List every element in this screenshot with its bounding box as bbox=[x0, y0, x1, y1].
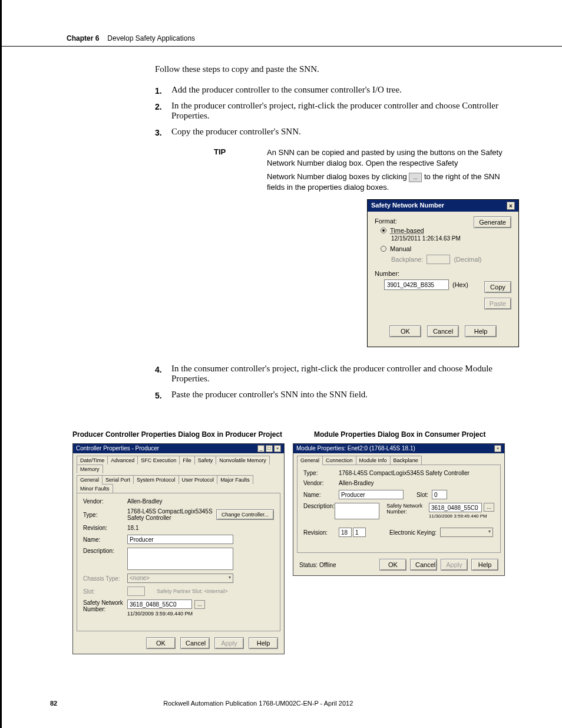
hex-label: (Hex) bbox=[452, 281, 468, 288]
module-properties-dialog: Module Properties: Enet2:0 (1768-L45S 18… bbox=[293, 443, 505, 576]
snn-ellipsis-button[interactable]: ... bbox=[194, 600, 205, 609]
dlg2-panel: Type:1768-L45S CompactLogix5345S Safety … bbox=[297, 465, 501, 553]
tab-general[interactable]: General bbox=[77, 475, 103, 485]
ok-button[interactable]: OK bbox=[146, 637, 176, 649]
tab-userproto[interactable]: User Protocol bbox=[178, 475, 218, 484]
vendor-value: Allen-Bradley bbox=[127, 498, 162, 505]
page-footer: 82 Rockwell Automation Publication 1768-… bbox=[2, 700, 562, 707]
tab-moduleinfo[interactable]: Module Info bbox=[356, 456, 391, 465]
dlg2-titlebar: Module Properties: Enet2:0 (1768-L45S 18… bbox=[293, 444, 504, 453]
tab-sfc[interactable]: SFC Execution bbox=[137, 456, 180, 465]
page-number: 82 bbox=[50, 700, 57, 707]
help-button[interactable]: Help bbox=[471, 559, 498, 571]
snn-timestamp: 11/30/2009 3:59:49.440 PM bbox=[429, 513, 494, 519]
step-5: 5.Paste the producer controller's SNN in… bbox=[171, 390, 518, 400]
chassis-select: <none> bbox=[127, 574, 233, 583]
snn-number-input[interactable] bbox=[384, 279, 449, 290]
snn-label: Safety Network Number: bbox=[386, 503, 427, 515]
paste-button: Paste bbox=[484, 298, 511, 309]
tab-connection[interactable]: Connection bbox=[322, 456, 356, 465]
tip-line1: An SNN can be copied and pasted by using… bbox=[267, 147, 518, 168]
tab-sysproto[interactable]: System Protocol bbox=[133, 475, 179, 484]
desc-textarea[interactable] bbox=[127, 548, 233, 570]
radio-icon bbox=[381, 246, 386, 252]
steps-list-2: 4.In the consumer controller's project, … bbox=[155, 364, 518, 400]
dlg1-tabs-bot: General Serial Port System Protocol User… bbox=[73, 473, 284, 493]
tab-advanced[interactable]: Advanced bbox=[107, 456, 138, 465]
tab-memory[interactable]: Memory bbox=[77, 465, 103, 473]
chapter-title: Develop Safety Applications bbox=[107, 34, 195, 42]
rev-value: 18.1 bbox=[127, 525, 138, 531]
tip-block: TIP An SNN can be copied and pasted by u… bbox=[214, 147, 518, 168]
page-header: Chapter 6 Develop Safety Applications bbox=[2, 29, 562, 47]
radio-icon bbox=[381, 228, 386, 233]
maximize-icon[interactable]: □ bbox=[266, 445, 273, 452]
rev-minor-input[interactable] bbox=[353, 528, 366, 537]
apply-button: Apply bbox=[441, 559, 468, 571]
close-icon[interactable]: × bbox=[494, 445, 501, 452]
cancel-button[interactable]: Cancel bbox=[427, 325, 459, 337]
tab-nvmem[interactable]: Nonvolatile Memory bbox=[216, 456, 270, 465]
dialogs-row: Controller Properties - Producer _ □ × D… bbox=[2, 443, 562, 654]
step-1: 1.Add the producer controller to the con… bbox=[171, 85, 518, 95]
ok-button[interactable]: OK bbox=[389, 325, 421, 337]
close-icon[interactable]: × bbox=[274, 445, 281, 452]
help-button[interactable]: Help bbox=[465, 325, 497, 337]
help-button[interactable]: Help bbox=[249, 637, 278, 649]
dlg1-panel: Vendor:Allen-Bradley Type: 1768-L45S Com… bbox=[77, 493, 280, 631]
tab-file[interactable]: File bbox=[179, 456, 195, 465]
tab-serial[interactable]: Serial Port bbox=[102, 475, 134, 484]
main-content: Follow these steps to copy and paste the… bbox=[2, 47, 562, 400]
generate-button[interactable]: Generate bbox=[474, 216, 511, 228]
type-value: 1768-L45S CompactLogix5345S Safety Contr… bbox=[339, 470, 470, 476]
slot-input[interactable] bbox=[432, 490, 447, 499]
intro-text: Follow these steps to copy and paste the… bbox=[155, 64, 518, 74]
apply-button: Apply bbox=[214, 637, 244, 649]
tip-line2: Network Number dialog boxes by clicking … bbox=[267, 172, 518, 192]
snn-input[interactable] bbox=[127, 599, 192, 609]
steps-list: 1.Add the producer controller to the con… bbox=[155, 85, 518, 137]
cancel-button[interactable]: Cancel bbox=[410, 559, 437, 571]
snn-title-text: Safety Network Number bbox=[371, 202, 444, 210]
slot-input bbox=[127, 587, 145, 596]
ok-button[interactable]: OK bbox=[379, 559, 406, 571]
copy-button[interactable]: Copy bbox=[484, 281, 511, 293]
snn-input[interactable] bbox=[429, 503, 482, 512]
publication-info: Rockwell Automation Publication 1768-UM0… bbox=[163, 700, 353, 707]
captions-row: Producer Controller Properties Dialog Bo… bbox=[2, 406, 562, 443]
tip-label: TIP bbox=[214, 147, 267, 168]
desc-textarea[interactable] bbox=[335, 503, 380, 519]
tab-majorfaults[interactable]: Major Faults bbox=[217, 475, 253, 484]
ekey-select[interactable] bbox=[440, 528, 493, 537]
step-4: 4.In the consumer controller's project, … bbox=[171, 364, 518, 384]
caption-consumer: Module Properties Dialog Box in Consumer… bbox=[314, 430, 485, 439]
snn-titlebar: Safety Network Number × bbox=[368, 200, 518, 212]
snn-timestamp: 11/30/2009 3:59:49.440 PM bbox=[127, 611, 205, 617]
snn-ellipsis-button[interactable]: ... bbox=[484, 503, 494, 512]
manual-radio[interactable]: Manual bbox=[381, 245, 511, 252]
step-3: 3.Copy the producer controller's SNN. bbox=[171, 127, 518, 137]
tab-general[interactable]: General bbox=[297, 456, 323, 465]
timestamp-text: 12/15/2011 1:26:14.63 PM bbox=[391, 235, 511, 242]
cancel-button[interactable]: Cancel bbox=[180, 637, 210, 649]
dlg1-titlebar: Controller Properties - Producer _ □ × bbox=[73, 444, 284, 453]
name-input[interactable] bbox=[339, 490, 404, 499]
vendor-value: Allen-Bradley bbox=[339, 480, 373, 486]
type-value: 1768-L45S CompactLogix5345S Safety Contr… bbox=[127, 508, 213, 521]
backplane-row: Backplane: (Decimal) bbox=[391, 255, 511, 264]
tab-backplane[interactable]: Backplane bbox=[390, 456, 422, 465]
name-input[interactable] bbox=[127, 535, 233, 544]
close-icon[interactable]: × bbox=[507, 202, 515, 210]
change-controller-button[interactable]: Change Controller... bbox=[216, 509, 274, 520]
tab-safety[interactable]: Safety bbox=[194, 456, 217, 465]
ellipsis-button-icon: ... bbox=[409, 173, 422, 182]
tab-datetime[interactable]: Date/Time bbox=[77, 456, 108, 465]
rev-major-input[interactable] bbox=[339, 528, 352, 537]
minimize-icon[interactable]: _ bbox=[257, 445, 265, 452]
caption-producer: Producer Controller Properties Dialog Bo… bbox=[72, 430, 285, 439]
chapter-label: Chapter 6 bbox=[67, 34, 99, 42]
tab-minorfaults[interactable]: Minor Faults bbox=[77, 484, 113, 493]
status-text: Status: Offline bbox=[299, 562, 379, 568]
dlg1-tabs-top: Date/Time Advanced SFC Execution File Sa… bbox=[73, 453, 284, 473]
backplane-input bbox=[427, 255, 450, 264]
